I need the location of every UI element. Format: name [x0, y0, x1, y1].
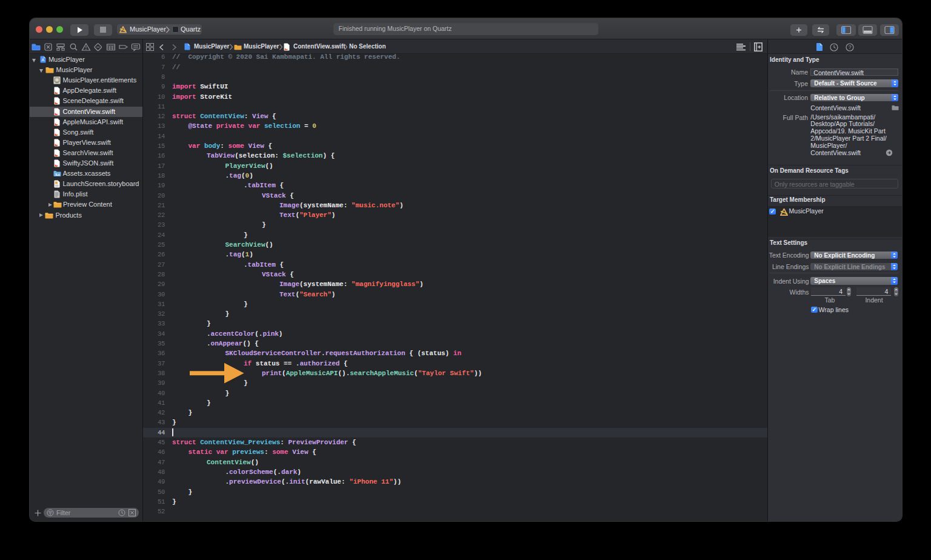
- svg-text:?: ?: [849, 44, 852, 50]
